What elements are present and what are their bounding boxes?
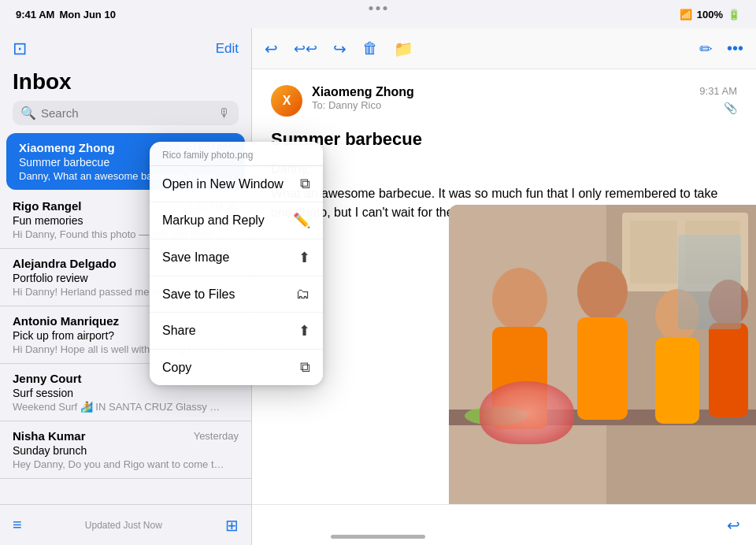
context-menu-overlay: Rico family photo.png Open in New Window… — [0, 0, 756, 545]
share-label: Share — [162, 324, 196, 338]
save-image-label: Save Image — [162, 250, 229, 265]
ipad-frame: 9:41 AM Mon Jun 10 📶 100% 🔋 ⊡ Edit Inbox… — [0, 0, 756, 545]
context-menu-save-image[interactable]: Save Image ⬆ — [150, 239, 323, 276]
markup-reply-icon: ✏️ — [293, 212, 310, 229]
open-new-window-icon: ⧉ — [300, 176, 310, 192]
markup-reply-label: Markup and Reply — [162, 213, 265, 228]
context-menu-share[interactable]: Share ⬆ — [150, 313, 323, 350]
context-menu: Rico family photo.png Open in New Window… — [150, 142, 323, 385]
context-menu-copy[interactable]: Copy ⧉ — [150, 350, 323, 385]
context-menu-save-to-files[interactable]: Save to Files 🗂 — [150, 276, 323, 313]
save-to-files-label: Save to Files — [162, 287, 235, 302]
context-menu-filename: Rico family photo.png — [150, 142, 323, 166]
copy-label: Copy — [162, 361, 191, 375]
copy-icon: ⧉ — [300, 359, 310, 376]
save-to-files-icon: 🗂 — [296, 286, 310, 302]
context-menu-open-new-window[interactable]: Open in New Window ⧉ — [150, 166, 323, 202]
save-image-icon: ⬆ — [298, 249, 310, 266]
share-icon: ⬆ — [298, 322, 310, 339]
open-new-window-label: Open in New Window — [162, 177, 284, 191]
context-menu-markup-reply[interactable]: Markup and Reply ✏️ — [150, 202, 323, 239]
